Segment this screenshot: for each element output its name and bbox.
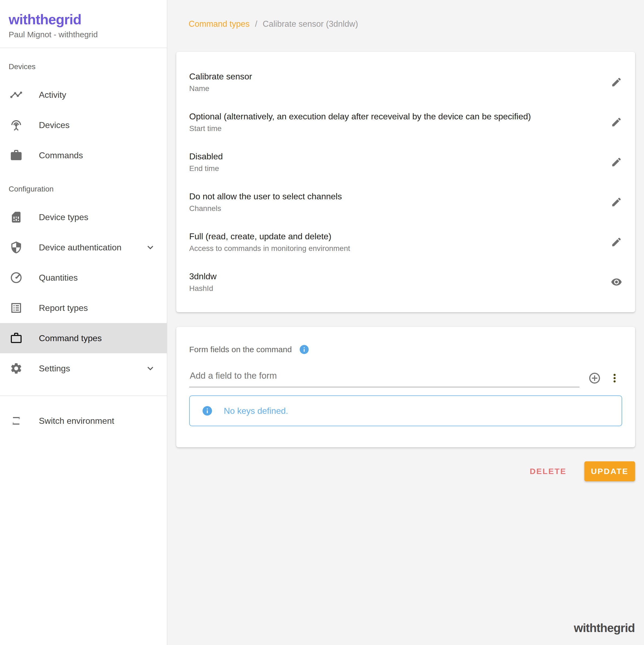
field-label: End time <box>189 164 600 173</box>
breadcrumb-separator: / <box>255 19 258 29</box>
pencil-icon <box>611 236 622 248</box>
sidebar-item-label: Quantities <box>39 273 78 283</box>
sidebar-item-label: Command types <box>39 333 102 343</box>
field-text: 3dnldw HashId <box>189 271 600 293</box>
form-fields-header: Form fields on the command <box>189 344 622 355</box>
edit-button[interactable] <box>611 117 622 128</box>
sidebar-item-switch-environment[interactable]: Switch environment <box>0 406 167 436</box>
gear-icon <box>10 362 23 375</box>
sidebar-divider <box>0 395 167 396</box>
field-label: Access to commands in monitoring environ… <box>189 244 600 253</box>
add-field-input[interactable] <box>189 371 580 387</box>
app-root: withthegrid Paul Mignot - withthegrid De… <box>0 0 644 645</box>
sidebar-item-label: Settings <box>39 364 70 374</box>
field-row-name: Calibrate sensor Name <box>176 62 635 102</box>
sidebar-item-device-authentication[interactable]: Device authentication <box>0 232 167 262</box>
form-fields-title: Form fields on the command <box>189 345 292 355</box>
field-label: Name <box>189 84 600 93</box>
field-options-menu-button[interactable] <box>609 372 621 384</box>
shield-icon <box>10 241 23 254</box>
sim-card-icon <box>10 211 23 224</box>
add-field-row <box>189 371 622 387</box>
add-field-button[interactable] <box>588 372 601 385</box>
info-icon <box>202 405 213 417</box>
nav-section-devices-label: Devices <box>0 62 167 71</box>
sidebar-item-quantities[interactable]: Quantities <box>0 262 167 293</box>
field-label: Start time <box>189 124 600 133</box>
view-button[interactable] <box>611 276 622 288</box>
breadcrumb-current-page: Calibrate sensor (3dnldw) <box>263 19 358 29</box>
field-text: Calibrate sensor Name <box>189 71 600 93</box>
no-keys-message: No keys defined. <box>224 406 288 416</box>
field-row-end-time: Disabled End time <box>176 142 635 182</box>
edit-button[interactable] <box>611 196 622 208</box>
sidebar-item-devices[interactable]: Devices <box>0 110 167 140</box>
chevron-down-icon <box>145 363 156 374</box>
no-keys-message-box: No keys defined. <box>189 395 622 426</box>
pencil-icon <box>611 76 622 88</box>
nav-section-configuration-label: Configuration <box>0 185 167 194</box>
field-label: Channels <box>189 204 600 213</box>
main-content: Command types/Calibrate sensor (3dnldw) … <box>168 0 644 645</box>
eye-icon <box>611 276 622 288</box>
breadcrumb-command-types[interactable]: Command types <box>189 19 250 29</box>
info-icon[interactable] <box>299 344 310 355</box>
field-row-access: Full (read, create, update and delete) A… <box>176 222 635 262</box>
antenna-icon <box>10 119 23 132</box>
activity-icon <box>10 88 23 101</box>
field-text: Full (read, create, update and delete) A… <box>189 231 600 253</box>
field-row-start-time: Optional (alternatively, an execution de… <box>176 102 635 142</box>
field-label: HashId <box>189 284 600 293</box>
field-value: Disabled <box>189 151 600 162</box>
field-text: Optional (alternatively, an execution de… <box>189 111 600 133</box>
account-name: Paul Mignot - withthegrid <box>9 30 158 39</box>
sidebar-item-command-types[interactable]: Command types <box>0 323 167 353</box>
form-fields-card: Form fields on the command No keys de <box>176 327 635 447</box>
gauge-icon <box>10 271 23 284</box>
pencil-icon <box>611 117 622 128</box>
edit-button[interactable] <box>611 156 622 168</box>
sidebar-item-label: Devices <box>39 120 70 130</box>
sidebar-item-label: Device authentication <box>39 243 121 252</box>
field-value: Optional (alternatively, an execution de… <box>189 111 600 122</box>
sidebar-item-commands[interactable]: Commands <box>0 140 167 171</box>
more-vert-icon <box>609 372 621 384</box>
sidebar-item-label: Switch environment <box>39 416 114 426</box>
field-value: Do not allow the user to select channels <box>189 191 600 202</box>
sidebar-item-activity[interactable]: Activity <box>0 80 167 110</box>
command-type-details-card: Calibrate sensor Name Optional (alternat… <box>176 52 635 312</box>
field-row-hashid: 3dnldw HashId <box>176 262 635 302</box>
sidebar-nav: Devices Activity Devices Commands Con <box>0 62 167 436</box>
field-text: Do not allow the user to select channels… <box>189 191 600 213</box>
chevron-down-icon <box>145 242 156 253</box>
sidebar-item-device-types[interactable]: Device types <box>0 202 167 232</box>
sidebar-header: withthegrid Paul Mignot - withthegrid <box>0 0 167 48</box>
edit-button[interactable] <box>611 236 622 248</box>
field-value: 3dnldw <box>189 271 600 282</box>
briefcase-icon <box>10 149 23 162</box>
sidebar-item-label: Commands <box>39 151 83 161</box>
delete-button[interactable]: DELETE <box>527 462 569 480</box>
sidebar: withthegrid Paul Mignot - withthegrid De… <box>0 0 168 645</box>
pencil-icon <box>611 196 622 208</box>
edit-button[interactable] <box>611 76 622 88</box>
breadcrumb: Command types/Calibrate sensor (3dnldw) <box>189 19 644 29</box>
pencil-icon <box>611 156 622 168</box>
briefcase-outline-icon <box>10 332 23 345</box>
field-row-channels: Do not allow the user to select channels… <box>176 182 635 222</box>
form-actions: DELETE UPDATE <box>176 461 635 481</box>
field-value: Calibrate sensor <box>189 71 600 82</box>
add-circle-icon <box>588 372 601 385</box>
watermark-logo: withthegrid <box>574 621 635 635</box>
report-list-icon <box>10 301 23 314</box>
sidebar-item-settings[interactable]: Settings <box>0 353 167 384</box>
sidebar-item-label: Activity <box>39 90 66 100</box>
sidebar-item-label: Report types <box>39 303 88 313</box>
sidebar-item-label: Device types <box>39 212 88 222</box>
field-text: Disabled End time <box>189 151 600 173</box>
sidebar-item-report-types[interactable]: Report types <box>0 293 167 323</box>
update-button[interactable]: UPDATE <box>584 461 635 481</box>
field-value: Full (read, create, update and delete) <box>189 231 600 242</box>
app-logo[interactable]: withthegrid <box>9 12 158 27</box>
swap-arrows-icon <box>10 414 23 427</box>
